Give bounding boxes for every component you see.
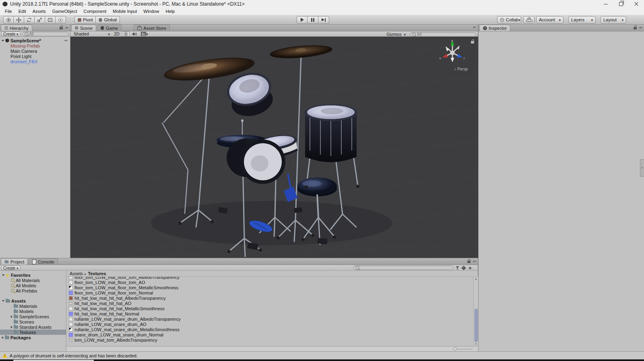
scale-tool-button[interactable] <box>35 16 45 23</box>
project-folder-item[interactable]: Scenes <box>0 319 66 324</box>
thumbnail-size-slider[interactable] <box>453 348 473 351</box>
expand-arrow-icon[interactable] <box>2 300 4 302</box>
saved-search-star-icon[interactable]: ★ <box>468 266 472 270</box>
menu-item[interactable]: Window <box>140 8 162 15</box>
hierarchy-item[interactable]: Main Camera <box>0 48 70 54</box>
shading-mode-dropdown[interactable]: Shaded <box>72 31 111 36</box>
gizmos-dropdown[interactable]: Gizmos <box>385 32 407 37</box>
project-folder-item[interactable]: Models <box>0 309 66 314</box>
pivot-button[interactable]: Pivot <box>74 16 96 23</box>
hierarchy-create-button[interactable]: Create <box>1 31 21 36</box>
file-row[interactable]: floor_tom_LOW_mat_floor_tom_Normal <box>66 290 473 295</box>
gizmo-center-cube[interactable] <box>450 50 455 55</box>
expand-arrow-icon[interactable] <box>11 315 12 318</box>
hierarchy-search-input[interactable] <box>22 32 69 36</box>
menu-item[interactable]: File <box>2 8 15 15</box>
tab-console[interactable]: Console <box>29 258 58 265</box>
file-row[interactable]: floor_tom_LOW_mat_floor_tom_MetallicSmoo… <box>66 285 473 290</box>
tab-game[interactable]: Game <box>97 25 122 31</box>
file-row[interactable]: tom_LOW_mat_tom_AlbedoTransparency <box>66 337 473 342</box>
search-by-label-icon[interactable] <box>461 266 466 270</box>
transform-tool-button[interactable] <box>56 16 66 23</box>
tab-hierarchy[interactable]: Hierarchy <box>1 25 32 31</box>
menu-item[interactable]: Help <box>162 8 178 15</box>
file-row[interactable]: rullante_LOW_mat_snare_drum_AO <box>66 322 473 327</box>
project-folder-item[interactable]: Textures <box>0 330 66 335</box>
perspective-toggle[interactable]: Persp <box>454 66 468 71</box>
expand-arrow-icon[interactable] <box>2 40 4 41</box>
lighting-toggle-button[interactable] <box>122 31 130 36</box>
breadcrumb-path[interactable]: Assets <box>70 271 83 276</box>
scene-search-input[interactable] <box>410 32 476 37</box>
project-folder-item[interactable]: Materials <box>0 303 66 309</box>
lock-icon[interactable] <box>467 261 471 263</box>
panel-menu-icon[interactable] <box>473 26 476 29</box>
effects-dropdown-button[interactable] <box>139 31 150 36</box>
project-search-input[interactable] <box>353 266 453 270</box>
vertical-scrollbar[interactable]: ▲ ▼ <box>473 277 478 346</box>
favorites-root[interactable]: ★ Favorites <box>0 272 66 278</box>
file-row[interactable]: snare_drum_LOW_mat_snare_drum_Normal <box>66 332 473 337</box>
project-folder-item[interactable]: SampleScenes <box>0 314 66 319</box>
file-row[interactable]: floor_tom_LOW_mat_floor_tom_AlbedoTransp… <box>66 277 473 280</box>
panel-menu-icon[interactable] <box>473 260 476 263</box>
file-row[interactable]: hit_hat_low_mat_hit_hat_AO <box>66 301 473 306</box>
file-row[interactable]: rullante_LOW_mat_snare_drum_AlbedoTransp… <box>66 316 473 322</box>
file-row[interactable]: hit_hat_low_mat_hit_hat_AlbedoTransparen… <box>66 295 473 301</box>
scroll-down-icon[interactable]: ▼ <box>474 342 478 346</box>
favorites-item[interactable]: All Materials <box>0 278 66 283</box>
move-tool-button[interactable] <box>14 16 24 23</box>
viewport-lock-icon[interactable] <box>471 41 474 44</box>
packages-root[interactable]: Packages <box>0 335 66 340</box>
tab-scene[interactable]: Scene <box>71 25 96 31</box>
file-row[interactable]: floor_tom_LOW_mat_floor_tom_AO <box>66 280 473 285</box>
hierarchy-item[interactable]: Point Light <box>0 54 70 59</box>
menu-item[interactable]: Component <box>80 8 109 15</box>
axis-x-cone[interactable] <box>442 54 448 58</box>
maximize-button[interactable] <box>613 0 629 8</box>
pause-button[interactable] <box>308 16 318 23</box>
step-button[interactable] <box>318 16 329 23</box>
global-button[interactable]: Global <box>96 16 120 23</box>
tab-inspector[interactable]: i Inspector <box>479 25 510 31</box>
minimize-button[interactable] <box>598 0 613 8</box>
status-bar[interactable]: A polygon of drumset is self-intersectin… <box>0 351 644 359</box>
panel-menu-icon[interactable] <box>65 26 68 29</box>
search-by-type-icon[interactable] <box>456 266 459 270</box>
layers-dropdown[interactable]: Layers <box>568 16 596 23</box>
panel-menu-icon[interactable] <box>639 26 642 29</box>
scroll-up-icon[interactable]: ▲ <box>474 277 478 281</box>
expand-arrow-icon[interactable] <box>2 336 4 339</box>
favorites-item[interactable]: All Models <box>0 283 66 288</box>
menu-item[interactable]: Assets <box>29 8 49 15</box>
scene-viewport[interactable]: y x z Persp <box>70 37 478 258</box>
close-button[interactable] <box>629 0 644 8</box>
file-row[interactable]: rullante_LOW_mat_snare_drum_MetallicSmoo… <box>66 327 473 332</box>
tab-project[interactable]: Project <box>1 258 28 265</box>
menu-item[interactable]: GameObject <box>49 8 80 15</box>
lock-icon[interactable] <box>634 27 637 29</box>
file-row[interactable]: hit_hat_low_mat_hit_hat_MetallicSmoothne… <box>66 306 473 311</box>
favorites-item[interactable]: All Prefabs <box>0 288 66 293</box>
layout-dropdown[interactable]: Layout <box>601 16 626 23</box>
hierarchy-scene-row[interactable]: SampleScene* <box>0 38 70 43</box>
scrollbar-thumb[interactable] <box>475 309 478 342</box>
audio-toggle-button[interactable] <box>130 31 138 36</box>
slider-knob[interactable] <box>453 347 456 351</box>
account-dropdown[interactable]: Account <box>536 16 564 23</box>
expand-arrow-icon[interactable] <box>2 274 4 276</box>
collab-dropdown[interactable]: ✓Collab <box>497 16 521 23</box>
orientation-gizmo[interactable]: y x z <box>434 38 471 67</box>
menu-item[interactable]: Edit <box>15 8 29 15</box>
project-create-button[interactable]: Create <box>1 266 21 270</box>
hierarchy-item[interactable]: Missing Prefab <box>0 43 70 48</box>
cloud-button[interactable] <box>523 16 535 23</box>
expand-arrow-icon[interactable] <box>11 326 12 328</box>
rect-tool-button[interactable] <box>45 16 56 23</box>
scene-menu-icon[interactable] <box>64 39 68 42</box>
hierarchy-item[interactable]: drumset_FBX <box>0 59 70 64</box>
side-tray-handle[interactable]: « <box>640 159 644 177</box>
play-button[interactable] <box>297 16 308 23</box>
rotate-tool-button[interactable] <box>24 16 35 23</box>
menu-item[interactable]: Mobile Input <box>109 8 140 15</box>
